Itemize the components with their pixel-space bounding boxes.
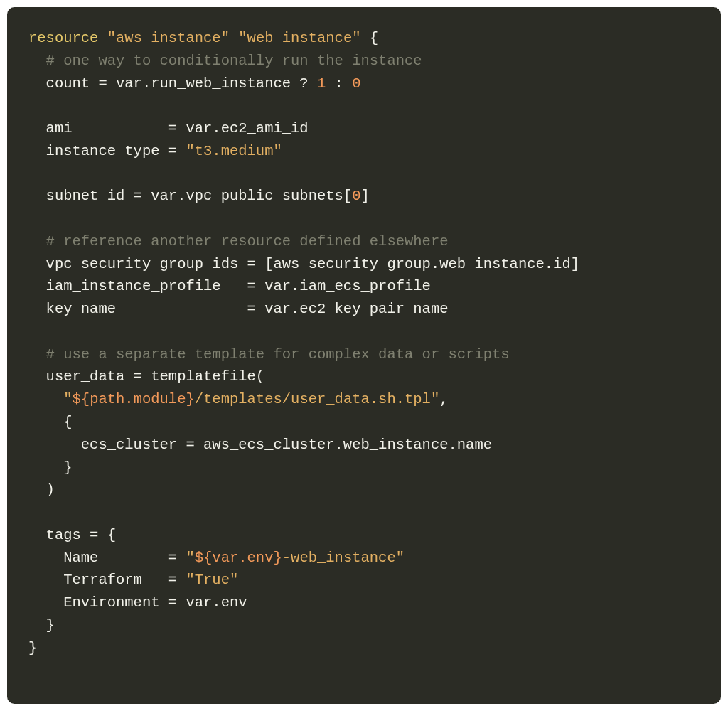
keyword-resource: resource	[28, 30, 98, 46]
code-line: key_name = var.ec2_key_pair_name	[28, 301, 449, 317]
code-line: )	[28, 481, 55, 498]
string: -web_instance"	[282, 550, 405, 566]
code-line: user_data = templatefile(	[28, 368, 264, 385]
code-line: subnet_id = var.vpc_public_subnets[	[28, 188, 352, 204]
string-resource-type: "aws_instance"	[107, 30, 230, 46]
code-line: }	[28, 617, 55, 634]
code-line: vpc_security_group_ids = [aws_security_g…	[28, 256, 579, 272]
string: /templates/user_data.sh.tpl"	[195, 391, 439, 407]
code-line: instance_type =	[28, 143, 186, 159]
code-content: resource "aws_instance" "web_instance" {…	[28, 27, 700, 659]
code-line: }	[28, 640, 37, 656]
string: "True"	[186, 572, 238, 588]
code-block: resource "aws_instance" "web_instance" {…	[7, 7, 721, 704]
code-line: {	[28, 414, 73, 430]
code-line: Environment = var.env	[28, 594, 247, 611]
code-line: tags = {	[28, 527, 116, 543]
code-line: ami = var.ec2_ami_id	[28, 120, 309, 137]
comment: # use a separate template for complex da…	[28, 346, 510, 363]
string-resource-name: "web_instance"	[238, 30, 360, 46]
number: 1	[317, 75, 326, 92]
number: 0	[352, 75, 360, 92]
comment: # reference another resource defined els…	[28, 233, 449, 250]
string: "t3.medium"	[186, 143, 282, 159]
interpolation: ${path.module}	[73, 391, 195, 407]
comment: # one way to conditionally run the insta…	[28, 53, 422, 69]
number: 0	[352, 188, 360, 204]
code-line: ecs_cluster = aws_ecs_cluster.web_instan…	[28, 437, 492, 453]
code-line: count = var.run_web_instance ?	[28, 75, 317, 92]
code-line: iam_instance_profile = var.iam_ecs_profi…	[28, 278, 431, 294]
interpolation: ${var.env}	[195, 550, 282, 566]
code-line: }	[28, 459, 73, 476]
